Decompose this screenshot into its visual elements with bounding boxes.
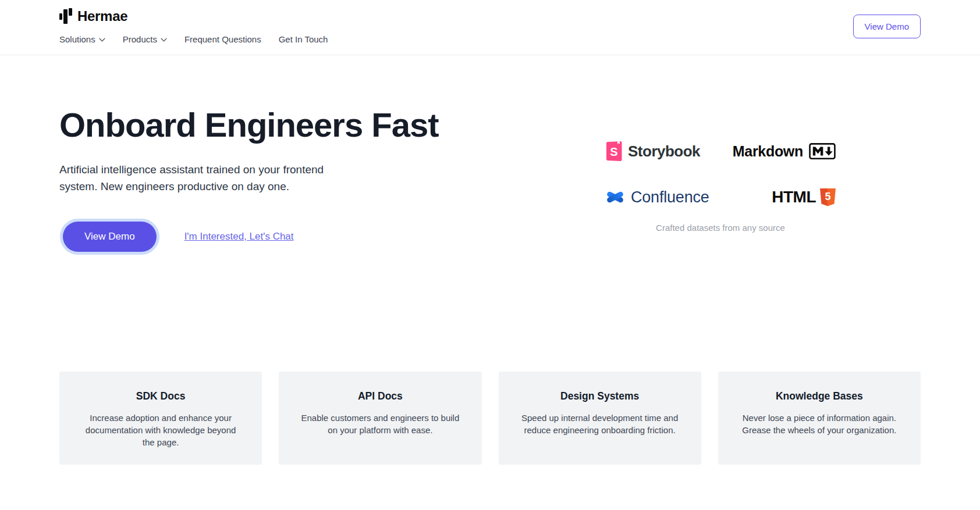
nav-item-get-in-touch[interactable]: Get In Touch: [279, 34, 328, 44]
nav-item-label: Frequent Questions: [184, 34, 261, 44]
nav-item-solutions[interactable]: Solutions: [59, 34, 105, 44]
confluence-icon: [605, 189, 625, 205]
nav-item-products[interactable]: Products: [123, 34, 167, 44]
markdown-logo: Markdown: [733, 143, 836, 160]
feature-card-sdk-docs: SDK Docs Increase adoption and enhance y…: [59, 372, 262, 465]
html5-shield-icon: 5: [820, 188, 836, 206]
hero-subtitle-line: system. New engineers productive on day …: [59, 178, 605, 195]
feature-cards: SDK Docs Increase adoption and enhance y…: [59, 372, 921, 465]
page-title: Onboard Engineers Fast: [59, 106, 605, 144]
feature-card-title: SDK Docs: [81, 390, 240, 402]
hero-view-demo-button[interactable]: View Demo: [63, 222, 157, 252]
feature-card-knowledge-bases: Knowledge Bases Never lose a piece of in…: [718, 372, 921, 465]
feature-card-body: Never lose a piece of information again.…: [740, 412, 899, 436]
brand-name: Hermae: [77, 8, 127, 24]
markdown-wordmark: Markdown: [733, 143, 803, 160]
storybook-icon: S: [605, 141, 623, 161]
hermae-logo-icon: [59, 8, 72, 24]
nav-item-label: Products: [123, 34, 157, 44]
feature-card-body: Enable customers and engineers to build …: [301, 412, 459, 436]
html5-logo: HTML 5: [772, 188, 836, 206]
nav-item-label: Get In Touch: [279, 34, 328, 44]
header: Hermae Solutions Products Frequent Quest…: [0, 0, 980, 55]
feature-card-title: Design Systems: [521, 390, 679, 402]
main-content: Onboard Engineers Fast Artificial intell…: [0, 55, 980, 465]
hero-subtitle: Artificial intelligence assistant traine…: [59, 161, 605, 195]
feature-card-body: Speed up internal development time and r…: [521, 412, 679, 436]
storybook-wordmark: Storybook: [628, 142, 700, 161]
nav-item-label: Solutions: [59, 34, 95, 44]
storybook-logo: S Storybook: [605, 141, 709, 161]
svg-text:S: S: [610, 145, 617, 158]
markdown-icon: [809, 143, 836, 159]
hero-section: Onboard Engineers Fast Artificial intell…: [59, 55, 921, 252]
chevron-down-icon: [99, 38, 105, 42]
hero-subtitle-line: Artificial intelligence assistant traine…: [59, 161, 605, 178]
header-view-demo-button[interactable]: View Demo: [853, 15, 921, 38]
chevron-down-icon: [161, 38, 167, 42]
feature-card-body: Increase adoption and enhance your docum…: [81, 412, 240, 448]
integrations-caption: Crafted datasets from any source: [605, 223, 836, 233]
feature-card-title: API Docs: [301, 390, 459, 402]
feature-card-api-docs: API Docs Enable customers and engineers …: [279, 372, 481, 465]
brand-logo[interactable]: Hermae: [59, 8, 328, 24]
html5-badge: 5: [825, 191, 830, 203]
nav-item-frequent-questions[interactable]: Frequent Questions: [184, 34, 261, 44]
integration-logos: S Storybook Markdown Confluence: [605, 141, 836, 252]
confluence-logo: Confluence: [605, 188, 709, 206]
lets-chat-link[interactable]: I'm Interested, Let's Chat: [184, 231, 294, 242]
confluence-wordmark: Confluence: [631, 188, 709, 206]
main-nav: Solutions Products Frequent Questions Ge…: [59, 34, 328, 44]
feature-card-design-systems: Design Systems Speed up internal develop…: [499, 372, 701, 465]
feature-card-title: Knowledge Bases: [740, 390, 899, 402]
html5-wordmark: HTML: [772, 188, 816, 206]
